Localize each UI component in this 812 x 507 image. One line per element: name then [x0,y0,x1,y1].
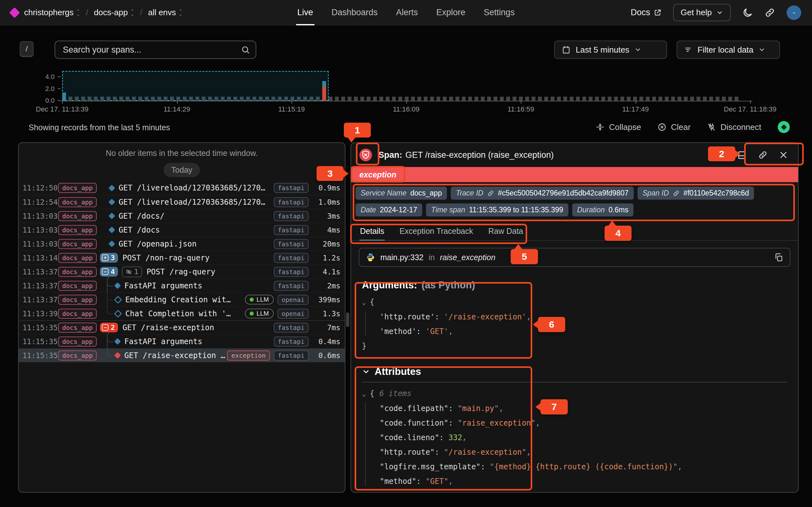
external-link-icon [653,9,662,17]
span-row-right: fastapi4.1s [274,267,345,277]
get-help-button[interactable]: Get help [673,4,731,21]
copy-icon[interactable] [774,252,783,262]
x-axis-label: Dec 17. 11:18:39 [724,105,776,113]
expand-collapse-badge[interactable]: −2 [100,323,118,332]
expand-collapse-badge[interactable]: +3 [100,253,118,263]
copy-link-icon[interactable] [758,150,768,160]
span-duration: 0.9ms [312,184,340,192]
chart-bar-baseline [557,97,561,101]
theme-toggle-moon-icon[interactable] [742,7,753,18]
chart-bar-spans [322,81,326,87]
span-row[interactable]: 11:13:37docs_appEmbedding Creation wit…L… [19,292,345,306]
attributes-title: Attributes [374,366,421,377]
chart-bar-baseline [601,97,605,101]
chart-bar-baseline [443,97,447,101]
collapse-button[interactable]: Collapse [596,122,641,132]
llm-status-dot-icon [250,297,254,302]
collapse-chevron-icon[interactable]: ⌄ [362,390,366,398]
nav-right: Docs Get help - [630,4,801,21]
time-range-button[interactable]: Last 5 minutes [554,41,667,59]
panel-resize-handle[interactable] [346,313,349,327]
detail-tabs: DetailsException TracebackRaw Data [351,222,798,241]
chart-selection-window[interactable] [62,71,328,101]
span-row[interactable]: 11:12:54docs_appGET /livereload/12703636… [19,195,345,209]
chart-bar-baseline [132,97,136,101]
chart-bar-baseline [722,97,726,101]
chart-bar-baseline [341,97,345,101]
env-selector[interactable]: all envs ⌃⌄ [148,8,183,17]
tab-exception-traceback[interactable]: Exception Traceback [399,222,473,241]
search-input[interactable] [62,45,241,55]
span-row-right: LLMopenai1.3s [245,308,345,319]
link-icon[interactable] [673,190,680,197]
chart-bar-baseline [75,97,79,101]
org-selector[interactable]: christophergs ⌃⌄ [24,8,80,17]
span-meta-chips: Service Namedocs_appTrace ID#c5ec5005042… [351,182,791,221]
docs-link[interactable]: Docs [630,8,662,17]
logfire-logo-icon[interactable] [9,7,20,18]
span-row[interactable]: 11:13:03docs_appGET /docsfastapi4ms [19,223,345,237]
today-button[interactable]: Today [164,163,200,177]
tab-raw-data[interactable]: Raw Data [488,222,524,241]
avatar[interactable]: - [786,5,801,20]
source-file: main.py:332 [380,253,423,262]
service-badge: docs_app [58,337,97,347]
annotation-number-6: 6 [538,317,565,332]
meta-chip-duration: Duration0.6ms [572,204,634,216]
nav-tab-explore[interactable]: Explore [437,0,466,25]
span-row[interactable]: 11:13:37docs_appFastAPI argumentsfastapi… [19,279,345,292]
clear-button[interactable]: Clear [658,122,691,132]
span-row[interactable]: 11:13:03docs_appGET /docs/fastapi3ms [19,209,345,223]
nav-tab-alerts[interactable]: Alerts [396,0,418,25]
tree-vertical-line [107,278,107,293]
nav-tab-live[interactable]: Live [297,0,313,25]
project-selector[interactable]: docs-app ⌃⌄ [94,8,135,17]
chart-bar-baseline [183,97,187,101]
disconnect-button[interactable]: Disconnect [707,122,761,132]
filter-local-data-button[interactable]: Filter local data [676,41,780,59]
span-row[interactable]: 11:15:35docs_app−2GET /raise-exceptionfa… [19,320,345,334]
breadcrumb: christophergs ⌃⌄ / docs-app ⌃⌄ / all env… [11,8,183,17]
chart-bar-baseline [551,97,554,101]
span-time: 11:12:54 [22,198,58,206]
span-row[interactable]: 11:13:14docs_app+3POST /non-rag-queryfas… [19,250,345,265]
span-row[interactable]: 11:15:35docs_appGET /raise-exception …ex… [19,348,345,362]
span-row[interactable]: 11:13:39docs_appChat Completion with '…L… [19,306,345,320]
calendar-icon [562,45,571,54]
hidden-spans-badge[interactable]: 1 [122,267,142,277]
llm-badge: LLM [245,308,274,319]
meta-chip-span-id: Span ID#f0110e542c798c6d [638,187,754,200]
span-row[interactable]: 11:15:35docs_appFastAPI argumentsfastapi… [19,334,345,348]
span-row-main: GET /livereload/1270363685/1270… [99,181,274,195]
span-row[interactable]: 11:13:37docs_app−41POST /rag-queryfastap… [19,265,345,279]
link-icon[interactable] [487,190,494,197]
span-row-right: fastapi0.4ms [274,337,345,347]
env-name: all envs [148,8,176,17]
span-count-timeline-chart[interactable]: 4.02.00.0Dec 17. 11:13:3911:14:2911:15:1… [0,63,812,117]
service-badge-cell: docs_app [58,267,99,277]
attributes-heading[interactable]: Attributes [362,366,787,377]
chart-bar-baseline [487,97,491,101]
chart-bar-errors [322,87,326,101]
chart-bar-baseline [538,97,542,101]
tab-details[interactable]: Details [359,222,385,241]
collapse-chevron-icon[interactable]: ⌄ [362,298,366,306]
span-row[interactable]: 11:12:50docs_appGET /livereload/12703636… [19,181,345,195]
nav-tab-dashboards[interactable]: Dashboards [332,0,378,25]
chart-bar-baseline [100,97,104,101]
nav-tab-settings[interactable]: Settings [484,0,515,25]
chart-bar-baseline [728,97,732,101]
chart-bar-baseline [310,97,313,101]
x-axis-tick [750,101,751,104]
live-status-indicator[interactable] [778,121,790,133]
tree-elbow-line [107,278,113,286]
span-duration: 4ms [312,226,340,234]
span-diamond-icon [114,309,122,318]
chart-bar-baseline [411,97,415,101]
span-row[interactable]: 11:13:03docs_appGET /openapi.jsonfastapi… [19,237,345,250]
expand-collapse-badge[interactable]: −4 [100,267,118,277]
chart-bar-baseline [297,97,301,101]
chart-bar-baseline [690,97,694,101]
close-icon[interactable] [779,151,788,159]
share-link-icon[interactable] [764,7,775,18]
